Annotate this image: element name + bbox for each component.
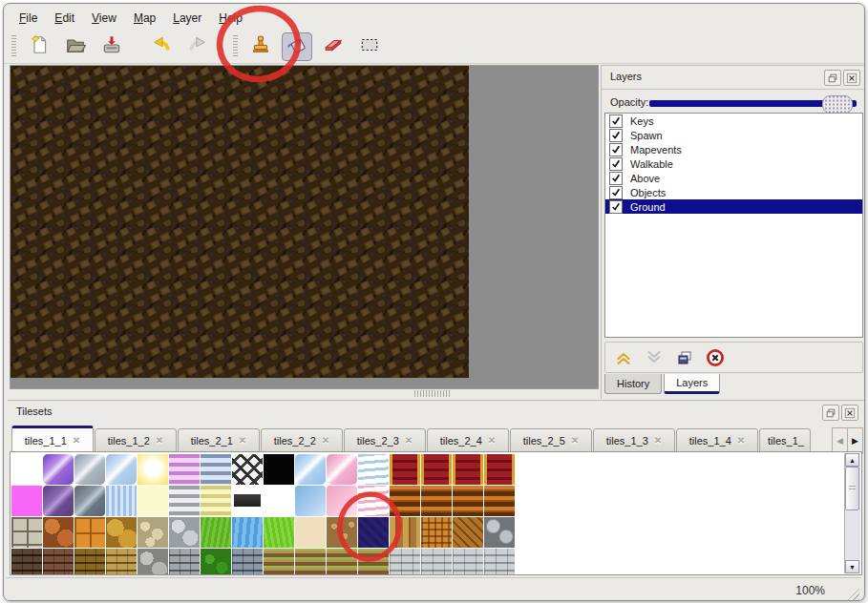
tab-close-icon[interactable]: ✕ bbox=[737, 435, 745, 446]
tile-glass-pink-solid[interactable] bbox=[327, 486, 357, 516]
move-layer-down-button[interactable] bbox=[642, 346, 667, 369]
tab-close-icon[interactable]: ✕ bbox=[156, 435, 163, 446]
tile-dirt-spots[interactable] bbox=[327, 517, 357, 548]
layer-row-keys[interactable]: Keys bbox=[605, 114, 862, 128]
tile-brick-tan[interactable] bbox=[106, 549, 137, 575]
menu-help[interactable]: Help bbox=[211, 10, 250, 27]
horizontal-splitter-handle[interactable] bbox=[414, 390, 451, 397]
tile-flagstone-gold[interactable] bbox=[106, 517, 137, 548]
tile-carpet-red[interactable] bbox=[484, 454, 515, 485]
rect-select-tool-button[interactable] bbox=[354, 32, 385, 61]
eraser-tool-button[interactable] bbox=[318, 32, 349, 61]
layer-row-objects[interactable]: Objects bbox=[605, 185, 862, 199]
toolbar-grip[interactable] bbox=[11, 35, 16, 58]
stamp-tool-button[interactable] bbox=[245, 32, 276, 61]
tileset-tab-tiles_2_4[interactable]: tiles_2_4✕ bbox=[427, 428, 509, 452]
tile-planks-orange[interactable] bbox=[453, 486, 483, 516]
palette-scrollbar[interactable]: ▲ ▼ bbox=[844, 453, 860, 573]
tab-close-icon[interactable]: ✕ bbox=[571, 435, 579, 446]
tile-grass-green[interactable] bbox=[201, 517, 231, 548]
layer-visibility-checkbox[interactable] bbox=[609, 157, 623, 171]
tile-carpet-red[interactable] bbox=[453, 454, 483, 485]
float-panel-button[interactable] bbox=[824, 70, 841, 86]
tile-hedge-green[interactable] bbox=[201, 549, 231, 575]
tile-tiles-orange[interactable] bbox=[74, 517, 105, 548]
layer-visibility-checkbox[interactable] bbox=[609, 114, 623, 128]
tile-cobble-brown[interactable] bbox=[43, 517, 74, 548]
tile-glass-gray[interactable] bbox=[74, 454, 105, 485]
tile-glass-lightblue[interactable] bbox=[295, 454, 326, 485]
tile-stripe-gray[interactable] bbox=[169, 486, 200, 516]
tile-wicker[interactable] bbox=[421, 517, 452, 548]
window-resize-grip[interactable] bbox=[842, 585, 859, 601]
tile-curtain-pink[interactable] bbox=[358, 486, 389, 516]
tile-magenta[interactable] bbox=[11, 486, 42, 516]
layer-row-spawn[interactable]: Spawn bbox=[605, 128, 862, 142]
tab-close-icon[interactable]: ✕ bbox=[239, 435, 246, 446]
close-panel-button[interactable] bbox=[843, 70, 860, 86]
tab-close-icon[interactable]: ✕ bbox=[488, 435, 496, 446]
tileset-tab-tiles_1_2[interactable]: tiles_1_2✕ bbox=[95, 428, 177, 452]
tile-glass-pink[interactable] bbox=[327, 454, 357, 485]
tile-carpet-red[interactable] bbox=[390, 454, 420, 485]
layer-row-above[interactable]: Above bbox=[605, 171, 862, 185]
tileset-tab-tiles_1[interactable]: tiles_1_ bbox=[759, 428, 811, 452]
layer-row-mapevents[interactable]: Mapevents bbox=[605, 142, 862, 156]
redo-button[interactable] bbox=[182, 32, 213, 61]
tile-stripe-pink[interactable] bbox=[169, 454, 200, 485]
tile-glass-blue[interactable] bbox=[106, 454, 137, 485]
close-panel-button[interactable] bbox=[841, 405, 858, 421]
menu-layer[interactable]: Layer bbox=[165, 10, 209, 27]
layer-row-walkable[interactable]: Walkable bbox=[605, 156, 862, 171]
tile-carpet-red[interactable] bbox=[421, 454, 452, 485]
tile-plaque[interactable] bbox=[232, 486, 263, 516]
tile-stripe-yellow[interactable] bbox=[201, 486, 231, 516]
tab-history[interactable]: History bbox=[604, 374, 662, 394]
tileset-tab-tiles_1_4[interactable]: tiles_1_4✕ bbox=[676, 428, 758, 452]
scroll-tabs-left-button[interactable]: ◀ bbox=[832, 427, 848, 454]
move-layer-up-button[interactable] bbox=[611, 346, 636, 369]
menu-file[interactable]: File bbox=[11, 10, 45, 27]
tile-planks-orange[interactable] bbox=[421, 486, 452, 516]
tile-cobble-gray[interactable] bbox=[138, 549, 168, 575]
tab-close-icon[interactable]: ✕ bbox=[73, 435, 80, 446]
layer-visibility-checkbox[interactable] bbox=[609, 129, 623, 142]
layer-visibility-checkbox[interactable] bbox=[609, 143, 623, 156]
tile-lattice[interactable] bbox=[232, 454, 263, 485]
tile-sand[interactable] bbox=[295, 517, 326, 548]
tile-dirt-rows[interactable] bbox=[327, 549, 357, 575]
tile-brick-gray[interactable] bbox=[169, 549, 200, 575]
tile-dirt-rows[interactable] bbox=[295, 549, 326, 575]
tab-close-icon[interactable]: ✕ bbox=[405, 435, 413, 446]
tileset-tab-tiles_2_1[interactable]: tiles_2_1✕ bbox=[178, 428, 260, 452]
layer-visibility-checkbox[interactable] bbox=[609, 172, 623, 185]
tile-brick-blue[interactable] bbox=[232, 549, 263, 575]
tile-pale-yellow[interactable] bbox=[138, 486, 168, 516]
tile-brick-lightgray[interactable] bbox=[453, 549, 483, 575]
menu-map[interactable]: Map bbox=[126, 10, 163, 27]
tile-glass-purple[interactable] bbox=[43, 454, 74, 485]
tile-herringbone[interactable] bbox=[453, 517, 483, 548]
scroll-up-button[interactable]: ▲ bbox=[845, 453, 859, 467]
menu-edit[interactable]: Edit bbox=[47, 10, 82, 27]
tile-empty[interactable] bbox=[11, 454, 42, 485]
tab-close-icon[interactable]: ✕ bbox=[654, 435, 662, 446]
tile-water-blue[interactable] bbox=[232, 517, 263, 548]
layer-visibility-checkbox[interactable] bbox=[609, 200, 623, 214]
tile-brick-darkbrown[interactable] bbox=[11, 549, 42, 575]
tile-brick-lightgray[interactable] bbox=[390, 549, 420, 575]
scroll-down-button[interactable]: ▼ bbox=[845, 560, 859, 573]
delete-layer-button[interactable] bbox=[703, 346, 728, 369]
tile-stones-gray[interactable] bbox=[169, 517, 200, 548]
tile-water-streak[interactable] bbox=[106, 486, 137, 516]
open-map-button[interactable] bbox=[60, 32, 91, 61]
tile-glow-yellow[interactable] bbox=[138, 454, 168, 485]
new-map-button[interactable] bbox=[24, 32, 54, 61]
tileset-tab-tiles_2_2[interactable]: tiles_2_2✕ bbox=[261, 428, 343, 452]
opacity-slider-track[interactable] bbox=[649, 100, 857, 107]
tile-stone-blocks[interactable] bbox=[11, 517, 42, 548]
tile-brick-lightgray[interactable] bbox=[484, 549, 515, 575]
tile-stripe-blue[interactable] bbox=[201, 454, 231, 485]
tile-planks-orange[interactable] bbox=[390, 486, 420, 516]
tile-glass-blue-solid[interactable] bbox=[295, 486, 326, 516]
